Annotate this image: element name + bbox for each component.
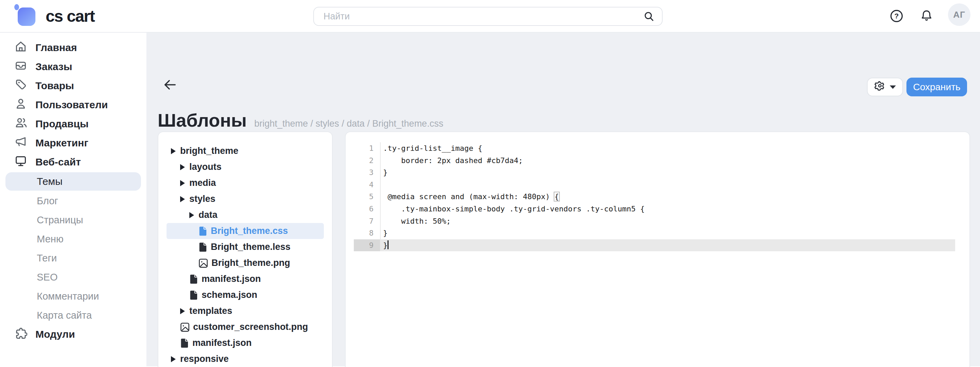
code-line-6[interactable]: 6 .ty-mainbox-simple-body .ty-grid-vendo… bbox=[345, 203, 969, 215]
code-line-5[interactable]: 5 @media screen and (max-width: 480px) { bbox=[345, 191, 969, 203]
tree-item-label: Bright_theme.css bbox=[211, 226, 288, 236]
megaphone-icon bbox=[14, 135, 27, 151]
gear-icon bbox=[874, 80, 886, 94]
sidebar-subitem[interactable]: Теги bbox=[0, 248, 146, 268]
sidebar-subitem-label: SEO bbox=[37, 272, 57, 283]
sidebar-item-home[interactable]: Главная bbox=[0, 38, 146, 57]
inbox-icon bbox=[14, 59, 27, 75]
sidebar-item-label: Товары bbox=[35, 80, 74, 92]
code-editor[interactable]: 1.ty-grid-list__image {2 border: 2px das… bbox=[345, 132, 970, 367]
sidebar-subitem[interactable]: Меню bbox=[0, 229, 146, 248]
sidebar-item-tag[interactable]: Товары bbox=[0, 76, 146, 95]
image-file-icon bbox=[199, 258, 208, 268]
chevron-down-icon bbox=[890, 86, 896, 89]
image-file-icon bbox=[180, 322, 190, 332]
sidebar-subitem[interactable]: Комментарии bbox=[0, 287, 146, 306]
search-icon[interactable] bbox=[644, 11, 654, 22]
tree-item-label: Bright_theme.less bbox=[211, 242, 290, 252]
line-number: 4 bbox=[345, 179, 381, 191]
tree-folder-data[interactable]: data bbox=[167, 207, 324, 223]
tree-file-schema.json[interactable]: schema.json bbox=[167, 287, 324, 303]
sidebar-subitem[interactable]: Блог bbox=[0, 191, 146, 210]
tree-file-Bright_theme.less[interactable]: Bright_theme.less bbox=[167, 239, 324, 255]
file-icon bbox=[180, 338, 189, 348]
notifications-bell-icon[interactable] bbox=[920, 9, 934, 23]
code-text: } bbox=[381, 239, 955, 252]
tree-folder-media[interactable]: media bbox=[167, 175, 324, 191]
code-line-8[interactable]: 8} bbox=[345, 227, 969, 239]
sidebar-item-label: Пользователи bbox=[35, 99, 108, 111]
tree-item-label: bright_theme bbox=[180, 146, 239, 156]
code-line-1[interactable]: 1.ty-grid-list__image { bbox=[345, 142, 969, 154]
cs-cart-logo[interactable]: cs cart bbox=[18, 6, 95, 26]
help-icon[interactable]: ? bbox=[889, 9, 904, 23]
monitor-icon bbox=[14, 154, 27, 170]
sidebar-item-label: Продавцы bbox=[35, 118, 89, 130]
code-text bbox=[381, 179, 955, 191]
code-line-4[interactable]: 4 bbox=[345, 179, 969, 191]
code-line-2[interactable]: 2 border: 2px dashed #cb7da4; bbox=[345, 154, 969, 167]
code-line-7[interactable]: 7 width: 50%; bbox=[345, 215, 969, 227]
tree-file-manifest.json[interactable]: manifest.json bbox=[167, 335, 324, 351]
line-number: 6 bbox=[345, 203, 381, 215]
tree-folder-bright_theme[interactable]: bright_theme bbox=[167, 143, 324, 159]
expand-arrow-icon[interactable] bbox=[180, 164, 185, 170]
tree-file-Bright_theme.png[interactable]: Bright_theme.png bbox=[167, 255, 324, 271]
tree-file-manifest.json[interactable]: manifest.json bbox=[167, 271, 324, 287]
text-cursor bbox=[388, 240, 388, 249]
puzzle-icon bbox=[14, 326, 27, 342]
sidebar-subitem[interactable]: Страницы bbox=[0, 210, 146, 229]
code-line-3[interactable]: 3} bbox=[345, 167, 969, 179]
expand-arrow-icon[interactable] bbox=[180, 308, 185, 314]
back-arrow-button[interactable] bbox=[162, 77, 178, 95]
code-text: width: 50%; bbox=[381, 215, 955, 227]
expand-arrow-icon[interactable] bbox=[180, 180, 185, 186]
tree-item-label: data bbox=[199, 210, 218, 220]
expand-arrow-icon[interactable] bbox=[189, 212, 194, 218]
sidebar-item-megaphone[interactable]: Маркетинг bbox=[0, 133, 146, 153]
sidebar-item-user[interactable]: Пользователи bbox=[0, 95, 146, 114]
tree-file-customer_screenshot.png[interactable]: customer_screenshot.png bbox=[167, 319, 324, 335]
sidebar-item-label: Темы bbox=[37, 176, 63, 187]
tree-item-label: Bright_theme.png bbox=[212, 258, 290, 268]
sidebar-item-monitor[interactable]: Веб-сайт bbox=[0, 153, 146, 172]
avatar[interactable]: АГ bbox=[948, 3, 970, 26]
file-icon bbox=[199, 242, 207, 252]
code-line-9[interactable]: 9} bbox=[345, 239, 969, 252]
sidebar-item-modules[interactable]: Модули bbox=[0, 325, 146, 344]
save-button[interactable]: Сохранить bbox=[907, 78, 967, 96]
tree-item-label: customer_screenshot.png bbox=[193, 322, 308, 332]
sidebar-item-inbox[interactable]: Заказы bbox=[0, 57, 146, 76]
expand-arrow-icon[interactable] bbox=[180, 196, 185, 202]
main-content: Шаблоны bright_theme / styles / data / B… bbox=[146, 33, 980, 366]
file-icon bbox=[189, 290, 198, 300]
code-text: @media screen and (max-width: 480px) { bbox=[381, 191, 955, 203]
expand-arrow-icon[interactable] bbox=[171, 356, 176, 362]
sidebar-item-themes-selected[interactable]: Темы bbox=[5, 172, 141, 191]
line-number: 5 bbox=[345, 191, 381, 203]
search-input[interactable] bbox=[314, 11, 644, 22]
sidebar-subitem[interactable]: SEO bbox=[0, 268, 146, 287]
tree-folder-styles[interactable]: styles bbox=[167, 191, 324, 207]
line-number: 7 bbox=[345, 215, 381, 227]
sidebar-item-users[interactable]: Продавцы bbox=[0, 114, 146, 133]
tree-item-label: styles bbox=[189, 194, 216, 204]
tree-folder-responsive[interactable]: responsive bbox=[167, 351, 324, 367]
sidebar-subitem-label: Меню bbox=[37, 234, 63, 245]
sidebar-subitem-label: Карта сайта bbox=[37, 310, 92, 321]
code-text: .ty-grid-list__image { bbox=[381, 142, 955, 154]
page-header: Шаблоны bright_theme / styles / data / B… bbox=[158, 110, 443, 131]
code-text: border: 2px dashed #cb7da4; bbox=[381, 154, 955, 167]
cs-cart-logo-icon bbox=[18, 6, 36, 26]
settings-dropdown-button[interactable] bbox=[867, 78, 903, 96]
tree-file-Bright_theme.css[interactable]: Bright_theme.css bbox=[167, 223, 324, 239]
file-icon bbox=[189, 274, 198, 284]
tree-folder-templates[interactable]: templates bbox=[167, 303, 324, 319]
sidebar-item-label: Веб-сайт bbox=[35, 156, 81, 168]
expand-arrow-icon[interactable] bbox=[171, 148, 176, 154]
tree-folder-layouts[interactable]: layouts bbox=[167, 159, 324, 175]
tree-item-label: responsive bbox=[180, 354, 229, 364]
sidebar-item-label: Маркетинг bbox=[35, 137, 88, 149]
sidebar-subitem[interactable]: Карта сайта bbox=[0, 306, 146, 325]
page-title: Шаблоны bbox=[158, 110, 247, 131]
